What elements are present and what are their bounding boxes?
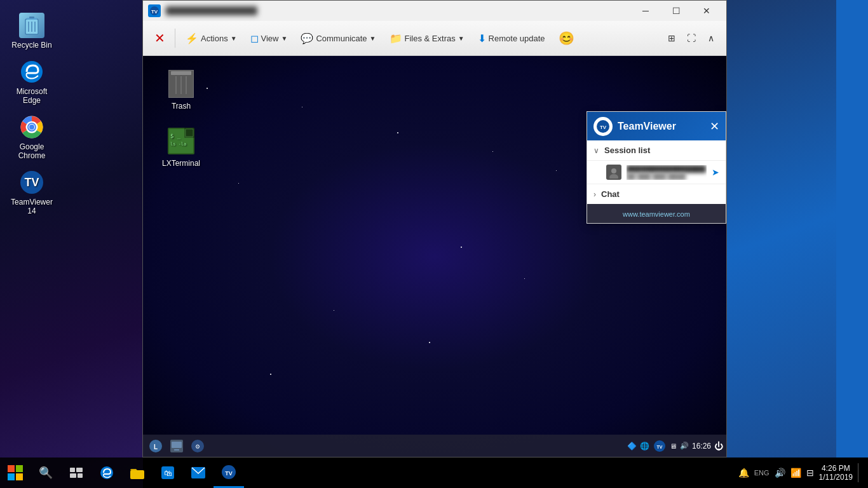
grid-view-button[interactable]: ⊞ [663,31,681,45]
desktop-icon-google-chrome[interactable]: Google Chrome [6,114,57,160]
files-chevron: ▼ [458,35,465,42]
search-button[interactable]: 🔍 [31,458,61,488]
desktop-icon-recycle-bin[interactable]: Recycle Bin [6,13,57,50]
minimize-button[interactable]: ─ [631,1,660,21]
taskbar-teamviewer-button[interactable]: TV [214,458,244,488]
taskbar-edge-button[interactable] [92,458,122,488]
tv-panel-header: TV TeamViewer ✕ [587,112,726,140]
star [492,151,493,152]
tv-panel-close-button[interactable]: ✕ [710,119,719,133]
right-desktop-area [727,0,868,458]
remote-taskbar-icon-3[interactable]: ⚙ [188,437,207,455]
chat-section[interactable]: › Chat [587,184,726,204]
session-list-section[interactable]: ∨ Session list [587,140,726,161]
network-icon: 🌐 [640,442,649,451]
recycle-bin-icon [19,13,44,38]
svg-point-6 [21,61,43,83]
remote-taskbar-icon-2[interactable] [167,437,186,455]
trash-icon [166,69,196,99]
communicate-chevron: ▼ [370,35,376,42]
view-button[interactable]: ◻ View ▼ [245,29,293,48]
chrome-icon [19,114,44,140]
star [270,374,271,375]
toolbar-separator [175,29,175,48]
remote-lxterminal-icon[interactable]: $ _ ls -la LXTerminal [156,126,207,168]
tv-close-session-button[interactable]: ✕ [149,28,170,48]
remote-taskbar-icon-1[interactable]: L [146,437,165,455]
remote-update-button[interactable]: ⬇ Remote update [473,29,550,48]
tv-panel-footer: www.teamviewer.com [587,204,726,223]
lxterminal-icon: $ _ ls -la [166,126,196,156]
svg-text:TV: TV [151,9,158,15]
svg-rect-43 [16,473,23,480]
power-icon[interactable]: ⏻ [714,441,723,451]
start-button[interactable] [0,458,31,488]
star [302,107,302,107]
session-item[interactable]: ████████████████ ██ ███ ███ ████ ➤ [587,161,726,184]
svg-rect-47 [78,473,83,478]
svg-rect-2 [29,17,34,18]
svg-rect-30 [174,449,179,451]
svg-rect-16 [171,71,191,75]
svg-point-38 [611,168,616,173]
actions-button[interactable]: ⚡ Actions ▼ [180,29,242,48]
svg-rect-42 [8,473,15,480]
volume-icon[interactable]: 🔊 [775,468,785,478]
tv-view-controls: ⊞ ⛶ ∧ [663,31,720,45]
close-button[interactable]: ✕ [692,1,721,21]
svg-rect-44 [70,468,75,472]
communicate-icon: 💬 [301,32,313,44]
system-clock[interactable]: 4:26 PM 1/11/2019 [819,464,853,482]
tv-window-icon: TV [148,4,161,17]
star [461,247,462,248]
tv-icon: TV [653,439,667,453]
tv-window-controls: ─ ☐ ✕ [631,1,721,21]
svg-text:⚙: ⚙ [195,444,200,450]
expand-button[interactable]: ⛶ [682,31,700,45]
taskbar-store-button[interactable]: 🛍 [153,458,183,488]
lxterminal-label: LXTerminal [162,159,200,168]
svg-rect-45 [76,468,83,472]
taskbar-mail-button[interactable] [183,458,214,488]
collapse-button[interactable]: ∧ [702,31,720,45]
desktop-icon-microsoft-edge[interactable]: Microsoft Edge [6,59,57,105]
show-desktop-button[interactable] [858,463,862,482]
taskbar-right-area: 🔔 ENG 🔊 📶 ⊟ 4:26 PM 1/11/2019 [738,463,868,482]
notification-icon[interactable]: 🔔 [738,468,749,478]
session-name: ████████████████ [627,165,707,173]
session-detail: ██ ███ ███ ████ [627,173,707,180]
svg-rect-49 [130,470,144,479]
maximize-button[interactable]: ☐ [661,1,691,21]
network-icon[interactable]: 📶 [790,468,801,478]
view-chevron: ▼ [281,35,288,42]
taskbar-explorer-button[interactable] [122,458,153,488]
files-icon: 📁 [390,32,402,44]
clock-time: 4:26 PM [822,464,850,473]
teamviewer-website-link[interactable]: www.teamviewer.com [623,210,690,218]
remote-trash-icon[interactable]: Trash [156,69,207,111]
session-info: ████████████████ ██ ███ ███ ████ [627,165,707,180]
star [556,170,557,171]
search-icon: 🔍 [39,466,53,480]
star [397,132,398,133]
task-view-button[interactable] [61,458,92,488]
session-avatar [606,165,621,180]
session-connect-arrow[interactable]: ➤ [712,167,719,177]
star [334,310,334,311]
update-icon: ⬇ [478,32,486,44]
trash-label: Trash [172,102,191,111]
desktop-icon-teamviewer[interactable]: TV TeamViewer 14 [6,170,57,215]
screen-icon: 🖥 [670,442,677,450]
files-extras-button[interactable]: 📁 Files & Extras ▼ [384,29,470,48]
lightning-icon: ⚡ [186,32,198,44]
title-viewer: Viewer [644,121,676,132]
communicate-button[interactable]: 💬 Communicate ▼ [295,29,381,48]
svg-point-10 [29,125,34,130]
star [429,342,430,343]
teamviewer-panel: TV TeamViewer ✕ ∨ Session list [587,111,726,224]
emoji-button[interactable]: 😊 [553,27,580,49]
svg-text:ls -la: ls -la [170,142,186,147]
svg-rect-29 [172,442,182,448]
actions-chevron: ▼ [231,35,237,42]
edge-icon [19,59,44,85]
